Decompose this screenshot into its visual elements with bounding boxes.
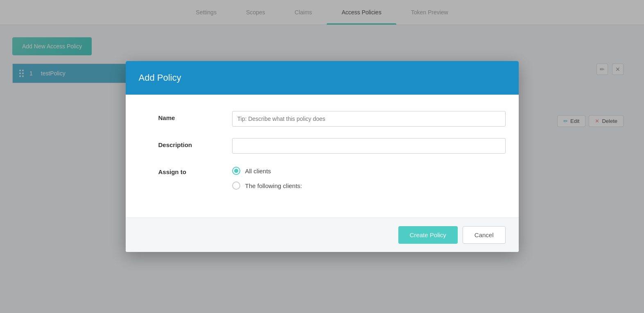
radio-all-clients-indicator	[232, 167, 240, 175]
radio-all-clients[interactable]: All clients	[232, 167, 302, 175]
name-label: Name	[158, 111, 232, 121]
assign-to-label: Assign to	[158, 165, 232, 175]
radio-following-clients[interactable]: The following clients:	[232, 181, 302, 190]
radio-all-clients-label: All clients	[245, 168, 271, 175]
create-policy-button[interactable]: Create Policy	[398, 226, 458, 244]
modal-title: Add Policy	[139, 73, 181, 83]
radio-following-clients-indicator	[232, 181, 240, 190]
assign-to-radio-group: All clients The following clients:	[232, 165, 302, 190]
radio-following-clients-label: The following clients:	[245, 182, 302, 189]
description-field-row: Description	[158, 138, 506, 154]
cancel-button[interactable]: Cancel	[463, 226, 506, 244]
assign-to-row: Assign to All clients The following clie…	[158, 165, 506, 190]
modal-body: Name Description Assign to All clients	[126, 95, 519, 218]
name-input[interactable]	[232, 111, 506, 127]
modal-footer: Create Policy Cancel	[126, 218, 519, 252]
modal-header: Add Policy	[126, 61, 519, 95]
description-label: Description	[158, 138, 232, 148]
name-field-row: Name	[158, 111, 506, 127]
modal-dialog: Add Policy Name Description Assign to Al…	[126, 61, 519, 252]
modal-overlay[interactable]: Add Policy Name Description Assign to Al…	[0, 0, 644, 313]
description-input[interactable]	[232, 138, 506, 154]
